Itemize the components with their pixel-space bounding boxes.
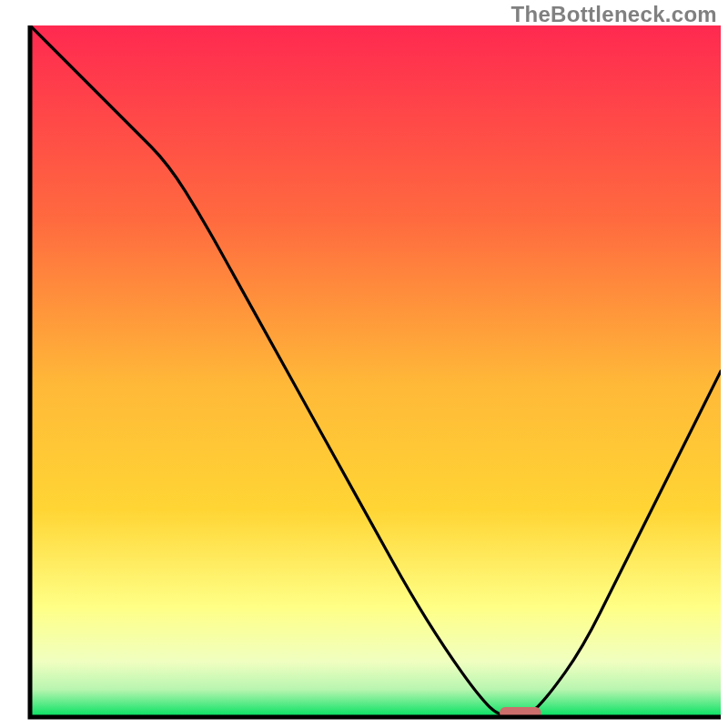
bottleneck-chart [0, 0, 728, 728]
watermark-text: TheBottleneck.com [511, 2, 717, 27]
chart-container: TheBottleneck.com [0, 0, 728, 728]
